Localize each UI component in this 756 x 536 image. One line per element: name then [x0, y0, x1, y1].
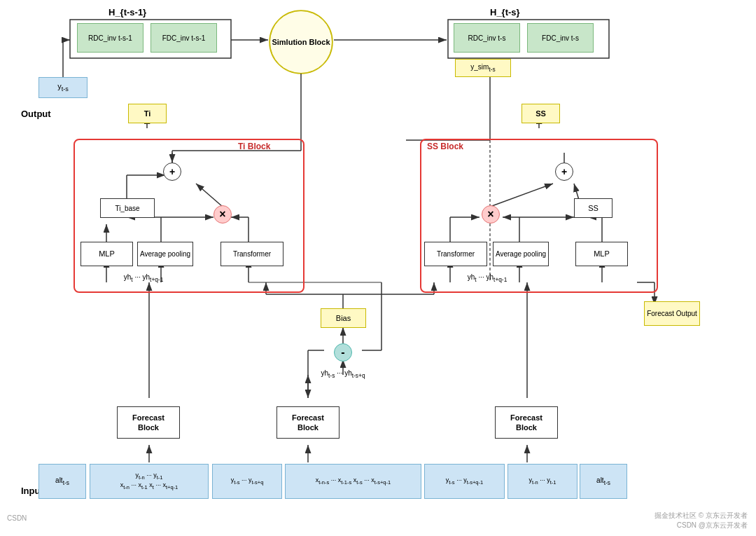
yt-n-yt1-right-input: yt-n ··· yt-1 — [507, 464, 578, 499]
yt-s-input: yt-s — [38, 77, 88, 98]
ti-output-box: Ti — [128, 104, 167, 123]
alt-ts-right-input: altt-s — [580, 464, 627, 499]
ht-s-label: H_{t-s} — [490, 7, 520, 18]
ss-inner-box: SS — [574, 198, 612, 218]
mlp-right: MLP — [575, 242, 628, 266]
yt-n-yt1-left-input: yt-n ··· yt-1xt-n ··· xt-1 xt ··· xt+q-1 — [90, 464, 209, 499]
csdn-logo: CSDN — [7, 514, 27, 522]
minus-circle: - — [334, 343, 352, 362]
times-circle-ss: × — [482, 205, 500, 224]
yt-s-center-left-input: yt-s ··· yt-s+q — [212, 464, 282, 499]
xt-ns-input: xt-n-s ··· xt-1-s xt-s ··· xt-s+q-1 — [285, 464, 421, 499]
simulation-block: Simlution Block — [270, 11, 332, 74]
forecast-block-center: ForecastBlock — [276, 406, 340, 439]
y-sim-ts: y_simt-s — [455, 59, 511, 77]
forecast-block-right: ForecastBlock — [495, 406, 558, 439]
diagram-container: H_{t-s-1} H_{t-s} RDC_inv t-s-1 FDC_inv … — [0, 0, 756, 536]
forecast-output-box: Forecast Output — [644, 301, 700, 326]
alt-ts-left-input: altt-s — [38, 464, 86, 499]
mlp-left: MLP — [80, 242, 133, 266]
plus-circle-ti: + — [163, 163, 181, 181]
avg-pool-right: Average pooling — [493, 242, 549, 266]
plus-circle-ss: + — [555, 163, 573, 181]
output-label: Output — [21, 109, 51, 119]
yht-s-label: yht-s ··· yht-s+q — [276, 369, 410, 379]
rdc-inv-right: RDC_inv t-s — [454, 23, 520, 53]
ti-block-title: Ti Block — [238, 142, 270, 151]
avg-pool-left: Average pooling — [137, 242, 193, 266]
forecast-block-left: ForecastBlock — [117, 406, 180, 439]
watermark: 掘金技术社区 © 京东云开发者 CSDN @京东云开发者 — [654, 511, 748, 530]
fdc-inv-right: FDC_inv t-s — [527, 23, 594, 53]
bias-box: Bias — [321, 308, 366, 328]
ht-s-1-label: H_{t-s-1} — [108, 7, 146, 18]
ss-block-title: SS Block — [427, 142, 463, 151]
yt-s-center-right-input: yt-s ··· yt-s+q-1 — [424, 464, 505, 499]
times-circle-ti: × — [214, 205, 232, 224]
ti-base-box: Ti_base — [100, 198, 155, 218]
yht-label-right: yht ··· yht+q-1 — [424, 273, 550, 283]
transformer-right: Transformer — [424, 242, 487, 266]
transformer-left: Transformer — [220, 242, 284, 266]
yht-label-left: yht ··· yht+q-1 — [80, 273, 206, 283]
ss-block — [420, 139, 658, 293]
ss-output-box: SS — [522, 104, 560, 123]
fdc-inv-left: FDC_inv t-s-1 — [150, 23, 217, 53]
rdc-inv-left: RDC_inv t-s-1 — [77, 23, 144, 53]
